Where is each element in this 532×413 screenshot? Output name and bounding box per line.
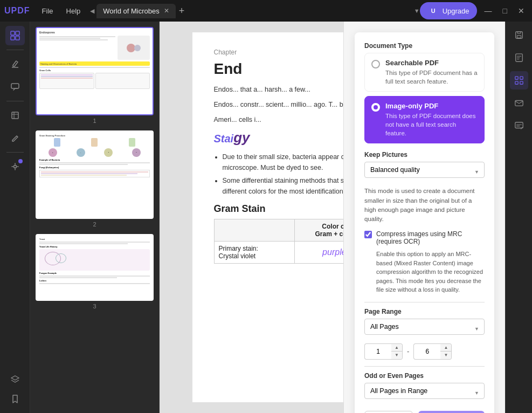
- range-from-up[interactable]: ▲: [391, 344, 402, 352]
- right-icon-ocr2[interactable]: [510, 116, 528, 135]
- right-icon-mail[interactable]: [510, 94, 528, 112]
- radio-dot-searchable: [371, 60, 380, 68]
- sidebar-icon-tools[interactable]: [5, 157, 25, 176]
- separator-1: [6, 50, 24, 50]
- gram-header-0: [214, 219, 295, 242]
- sidebar-icon-highlight[interactable]: [5, 54, 25, 74]
- radio-dot-imageonly: [371, 103, 380, 112]
- sidebar-icon-bookmark[interactable]: [5, 389, 25, 409]
- svg-rect-16: [515, 122, 522, 128]
- keep-pictures-select[interactable]: Balanced quality High quality Low qualit…: [364, 162, 485, 178]
- user-avatar: U: [427, 5, 439, 17]
- gram-row-1-label: Primary stain:Crystal violet: [214, 242, 295, 264]
- range-row: ▲ ▼ - ▲ ▼: [364, 343, 485, 360]
- upgrade-label: Upgrade: [443, 7, 469, 15]
- menu-bar: File Help: [37, 5, 86, 17]
- range-from-input[interactable]: [364, 343, 391, 360]
- thumbnail-panel: Endospores Staining and Observations of …: [30, 22, 160, 413]
- range-to-down[interactable]: ▼: [440, 352, 451, 359]
- tab-close-btn[interactable]: ✕: [164, 7, 169, 15]
- imageonly-title: Image-only PDF: [385, 102, 478, 110]
- thumbnail-page-2[interactable]: Gram Staining Procedure + - • • Example …: [36, 130, 154, 228]
- svg-rect-1: [16, 31, 19, 35]
- ocr-btn-row: Cancel Perform OCR: [364, 411, 485, 413]
- titlebar: UPDF File Help ◀ World of Microbes ✕ + ▼…: [0, 0, 532, 22]
- left-sidebar: [0, 22, 30, 413]
- radio-content-searchable: Searchable PDF This type of PDF document…: [385, 59, 478, 86]
- odd-even-select-wrap: All Pages in Range Odd Pages Only Even P…: [364, 383, 485, 403]
- radio-searchable-pdf[interactable]: Searchable PDF This type of PDF document…: [364, 53, 485, 92]
- thumbnail-img-1: Endospores Staining and Observations of …: [36, 27, 154, 115]
- sidebar-icon-crop[interactable]: [5, 106, 25, 125]
- keep-pictures-section: Keep Pictures Balanced quality High qual…: [364, 151, 485, 294]
- minimize-button[interactable]: —: [481, 6, 495, 15]
- separator-3: [6, 152, 24, 153]
- svg-rect-5: [12, 112, 18, 119]
- right-icon-pdf[interactable]: [510, 49, 528, 67]
- compress-checkbox[interactable]: [364, 231, 372, 238]
- svg-point-6: [13, 166, 16, 168]
- range-to-input[interactable]: [413, 343, 440, 360]
- svg-rect-2: [11, 36, 15, 40]
- ocr-arrow: [343, 75, 346, 119]
- thumbnail-img-2: Gram Staining Procedure + - • • Example …: [36, 130, 154, 219]
- tab-world-microbes[interactable]: World of Microbes ✕: [96, 4, 176, 18]
- separator-2: [6, 101, 24, 101]
- sidebar-icon-comment[interactable]: [5, 77, 25, 97]
- thumbnail-page-1[interactable]: Endospores Staining and Observations of …: [36, 27, 154, 124]
- range-from-arrows: ▲ ▼: [391, 343, 403, 360]
- sidebar-icon-edit[interactable]: [5, 128, 25, 148]
- svg-rect-12: [520, 77, 522, 79]
- svg-rect-14: [520, 81, 522, 84]
- sidebar-bottom: [5, 370, 25, 409]
- range-to-up[interactable]: ▲: [440, 344, 451, 352]
- odd-even-select[interactable]: All Pages in Range Odd Pages Only Even P…: [364, 383, 485, 399]
- page-range-section: Page Range All Pages Current Page Custom…: [364, 308, 485, 360]
- upgrade-button[interactable]: U Upgrade: [420, 2, 477, 19]
- radio-content-imageonly: Image-only PDF This type of PDF document…: [385, 102, 478, 137]
- close-button[interactable]: ✕: [515, 6, 528, 15]
- svg-rect-4: [11, 84, 19, 88]
- ocr-panel: Document Type Searchable PDF This type o…: [343, 22, 505, 413]
- odd-even-label: Odd or Even Pages: [364, 372, 485, 380]
- cancel-button[interactable]: Cancel: [364, 411, 413, 413]
- divider-2: [364, 366, 485, 367]
- svg-rect-13: [515, 81, 517, 84]
- menu-help[interactable]: Help: [61, 5, 86, 17]
- right-icon-ocr[interactable]: [510, 71, 528, 90]
- thumbnail-page-3[interactable]: Yeast Yeast Life History Fungus Example …: [36, 234, 154, 309]
- page-range-label: Page Range: [364, 308, 485, 315]
- perform-ocr-button[interactable]: Perform OCR: [418, 411, 485, 413]
- tab-add-btn[interactable]: +: [179, 5, 185, 17]
- app-logo: UPDF: [4, 6, 30, 16]
- range-from-down[interactable]: ▼: [391, 352, 402, 359]
- compress-label: Compress images using MRC (requires OCR): [376, 230, 485, 245]
- keep-pictures-select-wrap: Balanced quality High quality Low qualit…: [364, 162, 485, 182]
- maximize-button[interactable]: □: [500, 6, 510, 15]
- thumbnail-img-3: Yeast Yeast Life History Fungus Example …: [36, 234, 154, 301]
- searchable-desc: This type of PDF document has a full tex…: [385, 68, 478, 86]
- compress-description: Enable this option to apply an MRC-based…: [376, 250, 485, 294]
- divider-1: [364, 302, 485, 302]
- compress-checkbox-row: Compress images using MRC (requires OCR): [364, 230, 485, 245]
- document-area: Chapter End Endos... that a... harsh... …: [160, 22, 505, 413]
- doc-type-label: Document Type: [364, 42, 485, 50]
- page-num-1: 1: [36, 118, 154, 124]
- odd-even-section: Odd or Even Pages All Pages in Range Odd…: [364, 372, 485, 403]
- svg-rect-0: [11, 31, 15, 35]
- sidebar-icon-layers[interactable]: [5, 370, 25, 389]
- searchable-title: Searchable PDF: [385, 59, 478, 67]
- sidebar-icon-thumbnails[interactable]: [5, 26, 25, 45]
- page-range-select[interactable]: All Pages Current Page Custom Range: [364, 319, 485, 335]
- right-icon-save[interactable]: [510, 26, 528, 44]
- document-type-section: Document Type Searchable PDF This type o…: [364, 42, 485, 143]
- radio-image-only-pdf[interactable]: Image-only PDF This type of PDF document…: [364, 96, 485, 143]
- tools-badge: [18, 159, 23, 163]
- page-num-2: 2: [36, 221, 154, 228]
- tab-area: ◀ World of Microbes ✕ + ▼: [90, 4, 419, 18]
- tab-label: World of Microbes: [103, 7, 160, 15]
- menu-file[interactable]: File: [37, 5, 59, 17]
- ocr-panel-inner: Document Type Searchable PDF This type o…: [355, 32, 494, 413]
- range-to-arrows: ▲ ▼: [440, 343, 452, 360]
- right-sidebar: [505, 22, 532, 413]
